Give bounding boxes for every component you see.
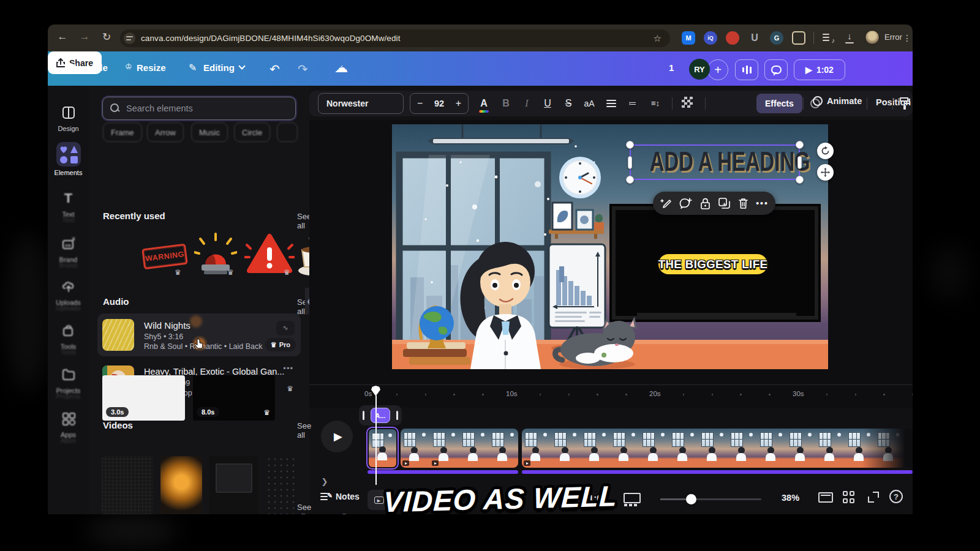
rotate-handle[interactable] [817,143,834,159]
move-handle[interactable] [817,164,834,181]
refresh-icon[interactable]: ↻ [99,31,114,43]
help-button[interactable]: ? [889,490,903,503]
comments-button[interactable] [764,59,788,80]
tv-caption[interactable]: THE BIGGEST LIFE [658,254,767,274]
font-size-increase[interactable]: + [456,98,461,109]
back-icon[interactable]: ← [55,31,70,43]
sidebar-item-uploads[interactable]: Uploads [48,277,89,306]
graphics-next-chevron-button[interactable]: ❯ [317,473,333,489]
element-duration-pill[interactable]: A... [371,408,390,423]
sidebar-item-text[interactable]: T Text [48,189,89,218]
chip-arrow[interactable]: Arrow [147,122,184,142]
bold-button[interactable]: B [497,96,515,111]
user-avatar[interactable]: RY [689,59,710,80]
clip-frame-thumb[interactable] [610,429,639,468]
insights-button[interactable] [735,59,758,80]
sidebar-item-elements[interactable]: Elements [48,142,89,176]
more-options-button[interactable]: ••• [756,198,769,208]
graphic-thumb-glow[interactable] [160,456,202,514]
download-icon[interactable]: ↓ [843,31,856,45]
delete-button[interactable] [737,197,749,210]
search-input[interactable] [126,103,279,113]
selected-clip-thumb[interactable] [366,427,399,470]
trim-handle-right[interactable] [396,411,398,420]
bookmark-star-icon[interactable]: ☆ [654,33,662,44]
graphics-see-all[interactable]: See all [297,503,311,514]
text-case-button[interactable]: aA [580,96,598,111]
zoom-slider[interactable] [660,498,761,500]
playhead-line[interactable] [375,395,377,485]
selection-handle-ne[interactable] [796,141,804,149]
chip-circle[interactable]: Circle [234,122,270,142]
sidebar-item-brand[interactable]: co♛ Brand [48,234,89,263]
grid-view-button[interactable] [843,491,855,503]
italic-button[interactable]: I [518,96,536,111]
forward-icon[interactable]: → [77,31,92,43]
audio-track-bar-1[interactable] [368,470,518,474]
clip-frame-thumb[interactable] [581,429,610,468]
zoom-slider-knob[interactable] [686,494,696,504]
strikethrough-button[interactable]: S [559,96,578,111]
clip-frame-thumb[interactable] [728,429,757,468]
clip-frame-thumb[interactable] [522,429,551,468]
url-bar[interactable]: canva.com/design/DAGimjBDONE/48MHIM4hSi6… [120,29,670,47]
spacing-button[interactable]: ≡↕ [646,96,665,111]
site-info-icon[interactable] [124,32,135,44]
fit-page-button[interactable] [818,492,833,503]
clip-frame-thumb[interactable] [669,429,698,468]
undo-button[interactable]: ↶ [270,62,280,77]
more-options-icon[interactable]: ••• [283,364,293,373]
browser-avatar[interactable] [865,30,880,45]
trim-handle-left[interactable] [363,411,364,420]
search-box[interactable] [102,97,296,120]
present-button[interactable]: ▶1:02 [794,59,845,80]
animate-button[interactable]: Animate [813,96,862,106]
selection-handle-se[interactable] [796,176,804,184]
resize-button[interactable]: Resize [137,62,166,73]
editing-mode-button[interactable]: Editing [203,62,244,73]
fullscreen-button[interactable] [867,491,880,503]
lock-button[interactable] [699,197,711,210]
font-size-value[interactable]: 92 [434,99,444,108]
browser-menu-icon[interactable]: ⋮ [900,31,913,45]
graphic-thumb-dots[interactable] [266,456,295,514]
extension-icon-red[interactable] [726,31,739,45]
font-size-decrease[interactable]: − [417,98,423,109]
clip-frame-thumb[interactable] [786,429,816,468]
video-thumb-black[interactable]: 8.0s ♛ [193,375,275,421]
alignment-button[interactable] [602,96,620,111]
selection-handle-e[interactable] [797,156,802,169]
video-clip-2[interactable] [522,429,913,468]
sidebar-item-tools[interactable]: Tools [48,321,89,350]
effects-button[interactable]: Effects [756,94,802,113]
clip-frame-thumb[interactable] [639,429,669,468]
file-button[interactable]: File [92,62,108,73]
chip-frame[interactable]: Frame [103,122,142,142]
clip-frame-thumb[interactable] [369,429,396,467]
extension-icon-iq[interactable]: iQ [704,31,717,45]
heading-textbox[interactable]: ADD A HEADING [630,144,800,180]
comment-button[interactable] [679,197,693,210]
clip-frame-thumb[interactable] [430,429,459,468]
warning-stamp-sticker[interactable]: WARNING [141,244,188,270]
duplicate-button[interactable] [718,197,731,210]
clip-frame-thumb[interactable] [489,429,518,468]
chip-partial[interactable] [277,122,298,142]
list-button[interactable]: ≔ [624,96,643,111]
redo-button[interactable]: ↷ [298,62,308,77]
extension-icon-m[interactable]: M [682,31,695,45]
selection-handle-w[interactable] [628,156,632,169]
selection-handle-nw[interactable] [626,141,634,149]
extensions-puzzle-icon[interactable] [792,31,805,45]
clip-frame-thumb[interactable] [757,429,786,468]
clip-frame-thumb[interactable] [698,429,728,468]
add-member-button[interactable]: + [707,59,728,80]
timeline-view-button[interactable] [624,492,639,508]
font-selector[interactable]: Norwester [318,93,404,114]
video-clip-1[interactable] [401,429,518,468]
timeline-play-button[interactable]: ▶ [321,421,353,452]
text-color-button[interactable]: A [475,96,493,111]
notes-button[interactable]: Notes [320,492,360,501]
reading-list-icon[interactable] [821,31,834,45]
video-thumb-white[interactable]: 3.0s [102,375,185,421]
